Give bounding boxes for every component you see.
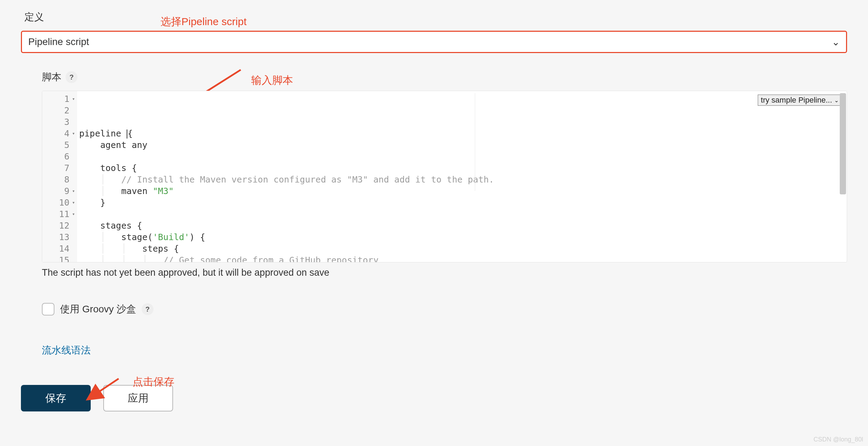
annotation-click-save: 点击保存: [133, 375, 174, 389]
code-line[interactable]: stages {: [79, 220, 847, 231]
watermark: CSDN @long_80l: [814, 436, 863, 443]
code-line[interactable]: [79, 151, 847, 162]
gutter-line: 2: [46, 105, 75, 116]
editor-code[interactable]: pipeline { agent any tools { │ // Instal…: [77, 91, 847, 262]
gutter-line: 4▾: [46, 128, 75, 139]
annotation-select-pipeline: 选择Pipeline script: [160, 15, 247, 29]
script-editor[interactable]: try sample Pipeline... ⌄ 1▾234▾56789▾10▾…: [42, 91, 847, 262]
code-line[interactable]: tools {: [79, 162, 847, 174]
code-line[interactable]: [79, 208, 847, 220]
editor-scrollbar-vertical[interactable]: [840, 93, 846, 194]
code-line[interactable]: │ stage('Build') {: [79, 231, 847, 243]
chevron-down-icon: ⌄: [832, 36, 840, 48]
definition-label: 定义: [24, 10, 847, 24]
gutter-line: 7: [46, 162, 75, 174]
code-line[interactable]: │ maven "M3": [79, 185, 847, 197]
editor-gutter: 1▾234▾56789▾10▾11▾12131415: [42, 91, 77, 262]
gutter-line: 13: [46, 231, 75, 243]
gutter-line: 3: [46, 116, 75, 128]
code-line[interactable]: pipeline {: [79, 128, 847, 139]
code-line[interactable]: │ // Install the Maven version configure…: [79, 174, 847, 185]
groovy-sandbox-checkbox[interactable]: [42, 303, 54, 315]
editor-print-margin: [475, 93, 475, 191]
definition-dropdown-value: Pipeline script: [28, 36, 89, 47]
gutter-line: 15: [46, 254, 75, 262]
gutter-line: 6: [46, 151, 75, 162]
gutter-line: 5: [46, 139, 75, 151]
help-icon[interactable]: ?: [142, 303, 154, 315]
gutter-line: 12: [46, 220, 75, 231]
script-label: 脚本: [42, 70, 61, 84]
code-line[interactable]: }: [79, 197, 847, 208]
gutter-line: 8: [46, 174, 75, 185]
help-icon[interactable]: ?: [66, 71, 77, 83]
gutter-line: 11▾: [46, 208, 75, 220]
gutter-line: 10▾: [46, 197, 75, 208]
annotation-enter-script: 输入脚本: [251, 73, 293, 88]
approval-message: The script has not yet been approved, bu…: [42, 267, 847, 278]
gutter-line: 14: [46, 243, 75, 254]
pipeline-syntax-link[interactable]: 流水线语法: [42, 344, 91, 357]
save-button[interactable]: 保存: [21, 385, 91, 411]
code-line[interactable]: │ │ │ // Get some code from a GitHub rep…: [79, 254, 847, 262]
editor-scrollbar-horizontal[interactable]: [42, 262, 847, 262]
definition-dropdown[interactable]: Pipeline script ⌄: [21, 31, 847, 53]
gutter-line: 1▾: [46, 93, 75, 105]
code-line[interactable]: agent any: [79, 139, 847, 151]
gutter-line: 9▾: [46, 185, 75, 197]
groovy-sandbox-label: 使用 Groovy 沙盒: [60, 303, 136, 316]
code-line[interactable]: │ │ steps {: [79, 243, 847, 254]
